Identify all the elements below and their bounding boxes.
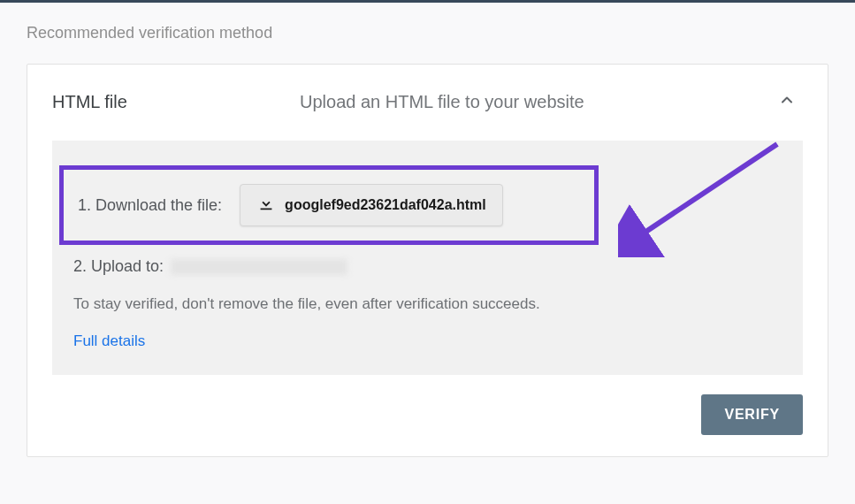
download-filename: googlef9ed23621daf042a.html [285, 197, 486, 213]
download-file-button[interactable]: googlef9ed23621daf042a.html [240, 184, 503, 226]
page-container: Recommended verification method HTML fil… [0, 3, 855, 457]
card-header[interactable]: HTML file Upload an HTML file to your we… [52, 84, 803, 119]
card-footer: VERIFY [52, 394, 803, 435]
download-icon [256, 194, 285, 217]
collapse-toggle[interactable] [771, 84, 803, 119]
step-2-row: 2. Upload to: [73, 257, 782, 276]
section-label: Recommended verification method [27, 24, 828, 42]
upload-target-redacted [171, 259, 347, 275]
verify-button[interactable]: VERIFY [701, 394, 803, 435]
step-1-label: 1. Download the file: [78, 196, 222, 215]
verification-hint: To stay verified, don't remove the file,… [73, 295, 782, 313]
card-subtitle: Upload an HTML file to your website [300, 92, 771, 112]
instructions-panel: 1. Download the file: googlef9ed23621daf… [52, 141, 803, 375]
verification-card: HTML file Upload an HTML file to your we… [27, 64, 828, 457]
full-details-link[interactable]: Full details [73, 332, 145, 350]
chevron-up-icon [778, 91, 796, 112]
card-title: HTML file [52, 92, 300, 112]
step-1-highlight: 1. Download the file: googlef9ed23621daf… [59, 165, 599, 245]
step-2-label: 2. Upload to: [73, 257, 164, 276]
